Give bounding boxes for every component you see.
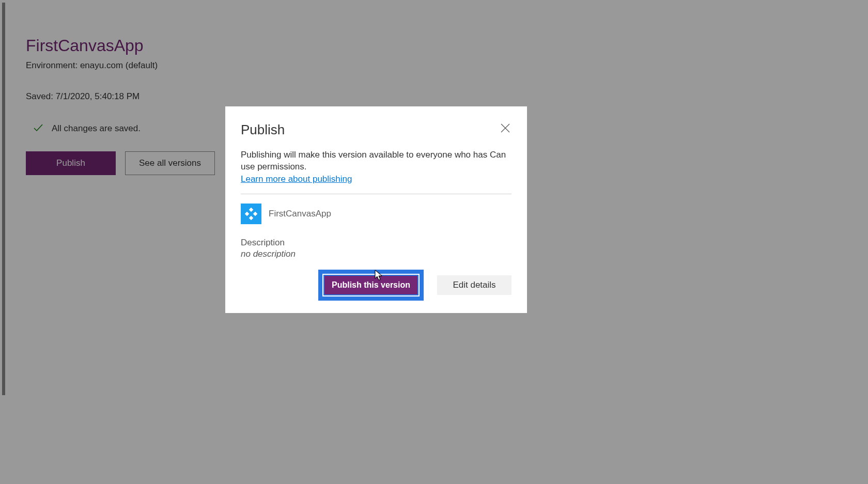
powerapps-icon — [241, 204, 261, 224]
cursor-icon — [375, 270, 384, 284]
highlight-inner: Publish this version — [322, 274, 420, 296]
modal-title: Publish — [241, 122, 285, 138]
modal-header: Publish — [241, 122, 512, 138]
close-icon — [500, 126, 510, 135]
publish-this-version-button[interactable]: Publish this version — [324, 276, 417, 294]
close-button[interactable] — [499, 122, 512, 136]
edit-details-button[interactable]: Edit details — [437, 275, 512, 295]
description-value: no description — [241, 249, 512, 259]
divider — [241, 194, 512, 194]
app-row: FirstCanvasApp — [241, 204, 512, 224]
learn-more-link[interactable]: Learn more about publishing — [241, 174, 352, 184]
description-label: Description — [241, 238, 512, 248]
modal-description: Publishing will make this version availa… — [241, 149, 512, 173]
highlight-box: Publish this version — [318, 270, 424, 301]
modal-app-name: FirstCanvasApp — [269, 209, 331, 219]
